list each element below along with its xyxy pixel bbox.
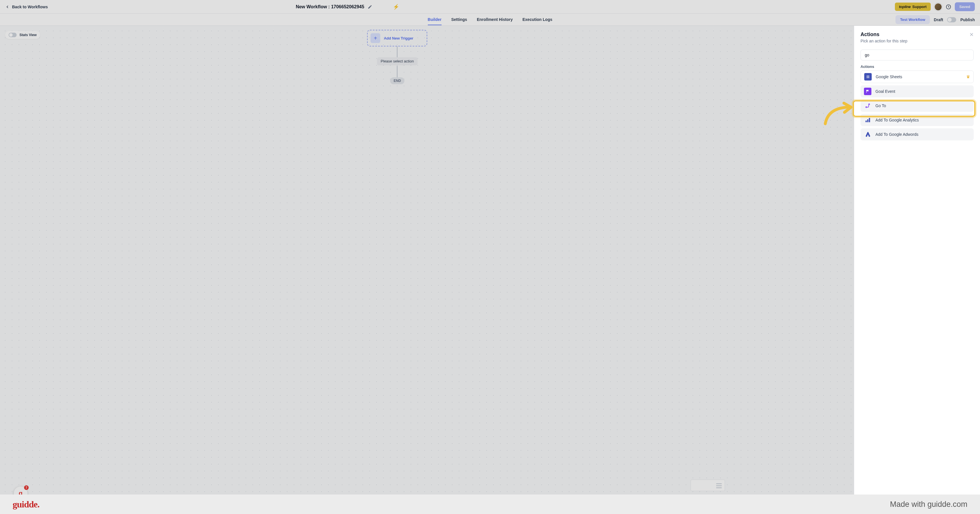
sheets-icon (864, 73, 872, 81)
route-icon (864, 102, 872, 110)
tab-execution-logs[interactable]: Execution Logs (522, 14, 552, 25)
svg-rect-10 (869, 118, 870, 123)
add-trigger-node[interactable]: + Add New Trigger (367, 30, 427, 46)
pencil-icon[interactable] (368, 5, 372, 9)
svg-point-6 (865, 107, 867, 108)
flag-icon (864, 88, 872, 95)
action-item-label: Add To Google Adwords (875, 132, 970, 137)
analytics-icon (864, 116, 872, 124)
header-tabs: Builder Settings Enrollment History Exec… (0, 14, 980, 26)
workflow-title: New Workflow : 1706652062945 (296, 4, 364, 10)
action-item-label: Goal Event (875, 89, 970, 94)
test-workflow-button[interactable]: Test Workflow (896, 15, 930, 24)
tab-enrollment-history[interactable]: Enrollment History (477, 14, 513, 25)
actions-sidebar: Actions Pick an action for this step ✕ A… (854, 26, 980, 495)
action-item-goal-event[interactable]: Goal Event (861, 85, 974, 97)
action-item-google-sheets[interactable]: Google Sheets ♛ (861, 70, 974, 83)
main-area: Stats View + Add New Trigger Please sele… (0, 26, 980, 495)
tab-settings[interactable]: Settings (451, 14, 467, 25)
bolt-icon: ⚡ (393, 4, 399, 10)
connector-line (397, 66, 398, 77)
guidde-logo: guidde. (13, 499, 39, 510)
chevron-left-icon (5, 5, 10, 9)
stats-view-pill[interactable]: Stats View (5, 31, 40, 39)
crown-icon: ♛ (966, 74, 970, 80)
guidde-footer: guidde. Made with guidde.com (0, 495, 980, 514)
actions-section-label: Actions (861, 64, 974, 69)
search-input[interactable] (861, 49, 974, 60)
close-icon[interactable]: ✕ (969, 32, 974, 38)
sidebar-subtitle: Pick an action for this step (861, 39, 907, 43)
draft-label: Draft (934, 18, 943, 22)
badge-count: 7 (24, 485, 29, 490)
end-node: END (390, 77, 404, 84)
action-item-google-adwords[interactable]: Add To Google Adwords (861, 128, 974, 140)
action-list: Google Sheets ♛ Goal Event Go To (861, 70, 974, 140)
action-item-google-analytics[interactable]: Add To Google Analytics (861, 114, 974, 126)
saved-button[interactable]: Saved (955, 2, 975, 11)
select-action-node[interactable]: Please select action (377, 57, 417, 65)
workflow-title-block: New Workflow : 1706652062945 ⚡ (296, 4, 399, 10)
action-item-label: Add To Google Analytics (875, 118, 970, 123)
plus-icon: + (371, 33, 380, 43)
svg-point-7 (869, 104, 870, 105)
stats-view-toggle[interactable] (9, 33, 17, 37)
stats-view-label: Stats View (19, 33, 37, 37)
action-item-go-to[interactable]: Go To (861, 100, 974, 112)
svg-rect-8 (865, 121, 867, 123)
sidebar-title: Actions (861, 32, 907, 38)
workflow-canvas[interactable]: Stats View + Add New Trigger Please sele… (0, 26, 854, 495)
guidde-launcher-badge[interactable]: g 7 (14, 487, 27, 495)
adwords-icon (864, 130, 872, 138)
publish-toggle[interactable] (947, 17, 956, 22)
history-icon[interactable] (946, 4, 951, 10)
svg-rect-9 (867, 119, 868, 123)
user-avatar[interactable] (934, 3, 942, 11)
action-item-label: Google Sheets (876, 75, 962, 79)
minimap[interactable] (690, 480, 725, 491)
publish-label: Publish (960, 18, 975, 22)
footer-attribution: Made with guidde.com (890, 500, 967, 509)
back-label: Back to Workflows (12, 5, 48, 9)
top-header: Back to Workflows New Workflow : 1706652… (0, 0, 980, 14)
add-trigger-label: Add New Trigger (384, 36, 413, 40)
action-item-label: Go To (875, 103, 970, 108)
back-to-workflows-button[interactable]: Back to Workflows (5, 5, 48, 9)
support-button[interactable]: topline Support (895, 3, 931, 11)
connector-line (397, 46, 398, 57)
svg-rect-5 (866, 90, 867, 93)
tab-builder[interactable]: Builder (428, 14, 442, 25)
